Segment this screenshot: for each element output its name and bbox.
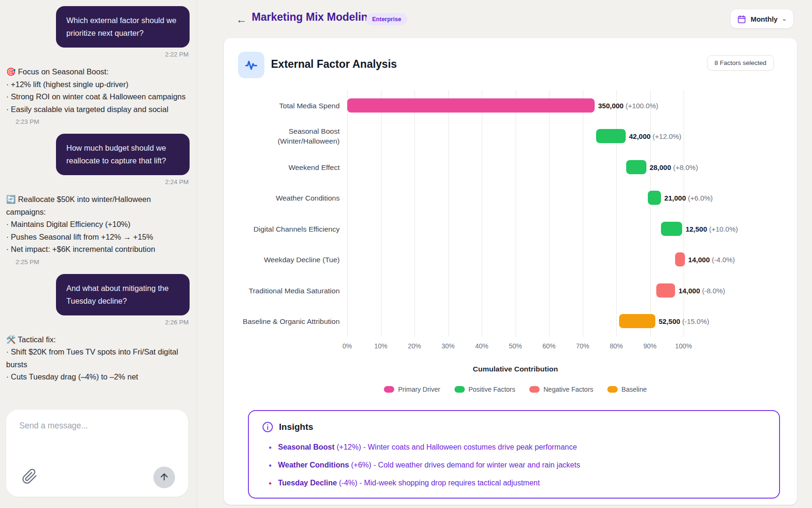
legend-swatch <box>607 386 618 393</box>
card-title: External Factor Analysis <box>271 58 397 71</box>
assistant-message: 🛠️ Tactical fix: · Shift $20K from Tues … <box>6 333 190 383</box>
insights-title: Insights <box>279 422 313 432</box>
chart-row: Traditional Media Saturation14,000 (-8.0… <box>224 275 797 306</box>
bar-value-label: 14,000 (-8.0%) <box>678 286 725 294</box>
chart-row: Total Media Spend350,000 (+100.0%) <box>224 90 797 121</box>
activity-icon-tile <box>238 52 264 78</box>
row-plot: 21,000 (+6.0%) <box>347 183 684 214</box>
bar-value-label: 28,000 (+8.0%) <box>650 163 698 171</box>
x-axis-tick-label: 30% <box>441 342 454 350</box>
x-axis-tick-label: 10% <box>374 342 387 350</box>
row-plot: 14,000 (-4.0%) <box>347 244 684 275</box>
x-axis-tick-label: 60% <box>542 342 556 350</box>
factors-selected-chip[interactable]: 8 Factors selected <box>707 55 774 71</box>
main-header: ← Marketing Mix Modeling Enterprise Mont… <box>197 0 812 34</box>
x-axis-ticks: 0%10%20%30%40%50%60%70%80%90%100% <box>347 342 684 351</box>
info-icon <box>262 421 273 433</box>
legend-item: Primary Driver <box>384 386 440 393</box>
category-label: Digital Channels Efficiency <box>222 224 340 234</box>
bullet-dot: ● <box>269 456 272 474</box>
legend-swatch <box>384 386 394 393</box>
legend-label: Primary Driver <box>398 386 440 393</box>
insight-item: ●Seasonal Boost (+12%) - Winter coats an… <box>262 438 766 456</box>
assistant-message: 🎯 Focus on Seasonal Boost: · +12% lift (… <box>6 65 190 115</box>
insights-list: ●Seasonal Boost (+12%) - Winter coats an… <box>262 438 766 492</box>
row-plot: 14,000 (-8.0%) <box>347 275 684 306</box>
attach-file-button[interactable] <box>20 468 39 486</box>
chart-legend: Primary DriverPositive FactorsNegative F… <box>347 386 684 393</box>
bar-value-label: 52,500 (-15.0%) <box>659 317 709 325</box>
chart-bar <box>661 222 682 236</box>
chart-bar <box>648 191 661 205</box>
chart-bar <box>347 98 595 113</box>
x-axis-tick-label: 100% <box>675 342 692 350</box>
legend-label: Positive Factors <box>469 386 516 393</box>
chart-bar <box>619 314 655 328</box>
enterprise-badge: Enterprise <box>366 13 407 25</box>
legend-item: Positive Factors <box>454 386 516 393</box>
legend-swatch <box>529 386 540 393</box>
chart-bar <box>596 129 626 143</box>
user-message-bubble: Which external factor should we prioriti… <box>56 6 190 48</box>
paperclip-icon <box>22 479 38 486</box>
message-input[interactable] <box>19 421 175 463</box>
message-composer <box>6 410 188 497</box>
chat-sidebar: Which external factor should we prioriti… <box>0 0 197 508</box>
category-label: Total Media Spend <box>222 100 340 110</box>
category-label: Weekend Effect <box>222 162 340 172</box>
bullet-dot: ● <box>269 438 272 456</box>
external-factor-analysis-card: External Factor Analysis 8 Factors selec… <box>224 38 797 505</box>
bar-value-label: 21,000 (+6.0%) <box>664 194 713 202</box>
legend-label: Negative Factors <box>543 386 593 393</box>
chart-row: Baseline & Organic Attribution52,500 (-1… <box>224 306 797 337</box>
chart-row: Weather Conditions21,000 (+6.0%) <box>224 183 797 214</box>
category-label: Weekday Decline (Tue) <box>222 255 340 265</box>
x-axis-tick-label: 90% <box>643 342 656 350</box>
x-axis-tick-label: 40% <box>475 342 488 350</box>
user-message-bubble: And what about mitigating the Tuesday de… <box>56 274 190 315</box>
chart-bar <box>626 160 646 174</box>
chevron-down-icon: ⌄ <box>782 16 787 22</box>
x-axis-tick-label: 70% <box>576 342 589 350</box>
activity-pulse-icon <box>244 58 258 72</box>
back-button[interactable]: ← <box>233 11 249 27</box>
x-axis-title: Cumulative Contribution <box>347 365 684 373</box>
arrow-up-icon <box>159 472 169 484</box>
calendar-icon <box>737 15 746 24</box>
category-label: Weather Conditions <box>222 193 340 203</box>
chat-messages: Which external factor should we prioriti… <box>6 6 190 383</box>
bar-value-label: 12,500 (+10.0%) <box>685 225 738 233</box>
x-axis-tick-label: 0% <box>342 342 352 350</box>
legend-item: Baseline <box>607 386 647 393</box>
assistant-message: 🔄 Reallocate $50K into winter/Halloween … <box>6 193 190 256</box>
chart-row: Seasonal Boost (Winter/Halloween)42,000 … <box>224 121 797 152</box>
message-timestamp: 2:22 PM <box>6 51 189 58</box>
x-axis-tick-label: 50% <box>509 342 522 350</box>
row-plot: 42,000 (+12.0%) <box>347 121 684 152</box>
x-axis-tick-label: 20% <box>408 342 421 350</box>
chart-bar <box>656 283 675 298</box>
row-plot: 28,000 (+8.0%) <box>347 152 684 183</box>
insight-item: ●Tuesday Decline (-4%) - Mid-week shoppi… <box>262 474 766 492</box>
bar-value-label: 14,000 (-4.0%) <box>688 256 735 264</box>
legend-swatch <box>454 386 465 393</box>
chart-row: Weekend Effect28,000 (+8.0%) <box>224 152 797 183</box>
message-timestamp: 2:25 PM <box>16 258 190 266</box>
row-plot: 350,000 (+100.0%) <box>347 90 684 121</box>
send-message-button[interactable] <box>153 467 175 488</box>
row-plot: 52,500 (-15.0%) <box>347 306 684 337</box>
bar-value-label: 42,000 (+12.0%) <box>629 132 681 140</box>
message-timestamp: 2:23 PM <box>16 118 190 125</box>
insight-item: ●Weather Conditions (+6%) - Cold weather… <box>262 456 766 474</box>
bar-value-label: 350,000 (+100.0%) <box>598 101 658 109</box>
insights-panel: Insights ●Seasonal Boost (+12%) - Winter… <box>248 410 780 499</box>
chart-row: Weekday Decline (Tue)14,000 (-4.0%) <box>224 244 797 275</box>
page-title: Marketing Mix Modeling <box>252 11 374 24</box>
category-label: Traditional Media Saturation <box>222 285 340 295</box>
legend-item: Negative Factors <box>529 386 593 393</box>
row-plot: 12,500 (+10.0%) <box>347 213 684 244</box>
chart-rows: Total Media Spend350,000 (+100.0%)Season… <box>224 90 797 337</box>
legend-label: Baseline <box>621 386 647 393</box>
period-selector[interactable]: Monthly ⌄ <box>731 9 793 28</box>
message-timestamp: 2:24 PM <box>6 178 189 185</box>
